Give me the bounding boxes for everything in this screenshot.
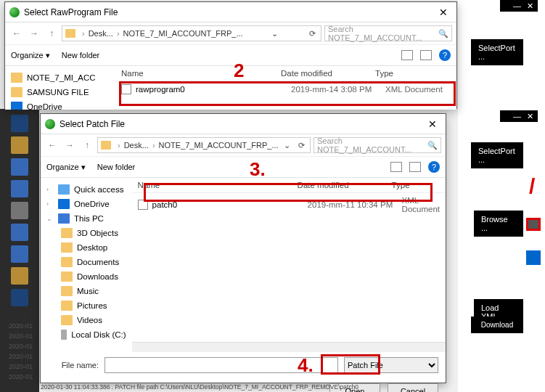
- taskbar-icon[interactable]: [11, 136, 28, 154]
- file-row[interactable]: rawprogram0 2019-mm-14 3:08 PM XML Docum…: [115, 81, 456, 97]
- nav-pictures[interactable]: Pictures: [46, 298, 126, 313]
- search-input[interactable]: Search NOTE_7_MI_ACCOUNT... 🔍: [324, 25, 452, 41]
- refresh-icon[interactable]: ⟳: [306, 29, 318, 38]
- nav-item[interactable]: SAMSUNG FILE: [11, 85, 110, 99]
- up-button[interactable]: ↑: [80, 138, 94, 152]
- file-row[interactable]: patch0 2019-mm-11 10:34 PM XML Document: [132, 193, 446, 216]
- close-icon[interactable]: ✕: [435, 7, 452, 18]
- view-icon[interactable]: [401, 50, 413, 60]
- close-icon[interactable]: ✕: [424, 118, 441, 130]
- filename-label: File name:: [48, 361, 99, 369]
- file-icon: [121, 84, 131, 94]
- refresh-icon[interactable]: ⟳: [295, 141, 307, 150]
- nav-pane: NOTE_7_MI_ACC SAMSUNG FILE OneDrive: [5, 66, 115, 110]
- help-icon[interactable]: ?: [428, 161, 440, 173]
- nav-onedrive[interactable]: ›OneDrive: [46, 197, 126, 211]
- app-icon: [9, 7, 20, 17]
- up-button[interactable]: ↑: [44, 26, 59, 41]
- app-window-controls: — ✕: [500, 0, 538, 12]
- view-icon[interactable]: [390, 162, 402, 172]
- taskbar-icon[interactable]: [11, 289, 28, 306]
- nav-item[interactable]: OneDrive: [11, 99, 110, 110]
- app-icon: [45, 119, 55, 129]
- taskbar-icon[interactable]: [11, 115, 28, 132]
- nav-desktop[interactable]: Desktop: [46, 240, 126, 255]
- nav-videos[interactable]: Videos: [46, 313, 126, 327]
- new-folder-button[interactable]: New folder: [62, 51, 100, 60]
- dropdown-icon[interactable]: ⌄: [269, 29, 280, 38]
- timestamps-strip: 2020-01 2020-01 2020-01 2020-01 2020-01 …: [9, 321, 33, 382]
- nav-quick-access[interactable]: ›Quick access: [46, 182, 126, 197]
- column-type[interactable]: Type: [375, 69, 451, 78]
- close-button-2[interactable]: ✕: [527, 113, 533, 121]
- folder-icon: [101, 141, 111, 150]
- nav-3d-objects[interactable]: 3D Objects: [46, 226, 126, 240]
- nav-this-pc[interactable]: ⌄This PC: [46, 211, 126, 226]
- column-date[interactable]: Date modified: [298, 181, 392, 189]
- taskbar-icon[interactable]: [11, 180, 28, 197]
- app-window-controls-2: — ✕: [500, 110, 538, 122]
- log-line: 2020-01-30 11:04:33.386 . PATCH file pat…: [41, 383, 433, 391]
- search-icon: 🔍: [427, 141, 438, 150]
- back-button[interactable]: ←: [9, 26, 24, 41]
- taskbar-icon[interactable]: [11, 224, 28, 241]
- column-name[interactable]: Name: [138, 181, 298, 189]
- browse-button[interactable]: Browse ...: [474, 211, 523, 237]
- taskbar-icon[interactable]: [11, 245, 28, 263]
- new-folder-button[interactable]: New folder: [97, 163, 136, 171]
- folder-icon: [65, 29, 75, 38]
- nav-music[interactable]: Music: [46, 284, 126, 298]
- select-port-button[interactable]: SelectPort ...: [471, 39, 523, 65]
- annotation-small-box: [526, 218, 541, 231]
- forward-button[interactable]: →: [27, 26, 41, 41]
- nav-item[interactable]: NOTE_7_MI_ACC: [11, 70, 110, 85]
- annotation-slash: /: [529, 174, 536, 196]
- dialog-title: Select RawProgram File: [24, 7, 435, 17]
- nav-downloads[interactable]: Downloads: [46, 269, 126, 284]
- preview-icon[interactable]: [420, 50, 432, 60]
- nav-documents[interactable]: Documents: [46, 255, 126, 269]
- minimize-button[interactable]: —: [513, 2, 521, 10]
- column-name[interactable]: Name: [121, 69, 281, 78]
- breadcrumb[interactable]: › Desk... › NOTE_7_MI_ACCOUNT_FRP_... ⌄ …: [62, 25, 321, 41]
- taskbar-icon[interactable]: [11, 202, 28, 219]
- nav-local-disk[interactable]: Local Disk (C:): [46, 327, 126, 342]
- select-port-button-2[interactable]: SelectPort ...: [471, 142, 523, 168]
- column-type[interactable]: Type: [392, 181, 440, 189]
- search-input[interactable]: Search NOTE_7_MI_ACCOUNT... 🔍: [314, 137, 441, 153]
- close-button[interactable]: ✕: [527, 2, 533, 10]
- file-type-select[interactable]: Patch File: [344, 357, 438, 373]
- taskbar-icon[interactable]: [11, 158, 28, 176]
- preview-icon[interactable]: [409, 162, 421, 172]
- minimize-button-2[interactable]: —: [513, 113, 521, 121]
- select-rawprogram-dialog: Select RawProgram File ✕ ← → ↑ › Desk...…: [4, 1, 457, 109]
- download-button[interactable]: Download: [471, 317, 523, 333]
- forward-button[interactable]: →: [62, 138, 77, 152]
- filename-input[interactable]: [105, 357, 338, 373]
- search-icon: 🔍: [438, 29, 448, 38]
- blue-square: [526, 250, 541, 265]
- help-icon[interactable]: ?: [439, 49, 451, 61]
- horizontal-scrollbar[interactable]: [132, 342, 446, 352]
- organize-menu[interactable]: Organize ▾: [11, 51, 50, 60]
- column-date[interactable]: Date modified: [281, 69, 375, 78]
- back-button[interactable]: ←: [45, 138, 60, 152]
- select-patch-dialog: Select Patch File ✕ ← → ↑ › Desk... › NO…: [40, 113, 446, 383]
- breadcrumb[interactable]: › Desk... › NOTE_7_MI_ACCOUNT_FRP_... ⌄ …: [97, 137, 311, 153]
- organize-menu[interactable]: Organize ▾: [46, 163, 86, 172]
- dropdown-icon[interactable]: ⌄: [281, 141, 292, 150]
- dialog-title: Select Patch File: [60, 119, 424, 129]
- taskbar-icon[interactable]: [11, 267, 28, 285]
- file-icon: [138, 200, 148, 210]
- nav-pane: ›Quick access ›OneDrive ⌄This PC 3D Obje…: [41, 178, 132, 352]
